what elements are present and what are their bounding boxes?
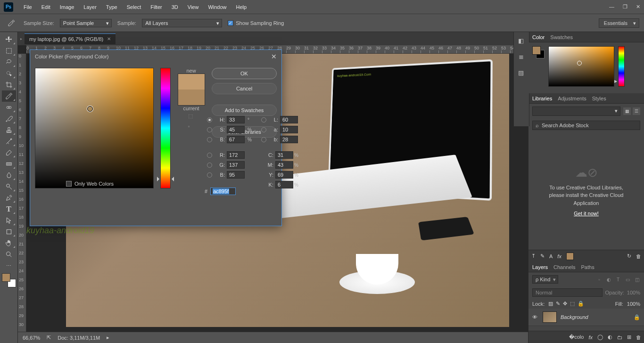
adjustment-layer-icon[interactable]: ◐ [608, 334, 612, 340]
menu-select[interactable]: Select [122, 2, 146, 12]
mini-color-field[interactable] [548, 46, 614, 87]
h-input[interactable]: 33 [227, 116, 245, 123]
layer-filter-kind[interactable]: ρ Kind [532, 275, 558, 284]
menu-image[interactable]: Image [55, 2, 79, 12]
lock-artboard-icon[interactable]: ⬚ [570, 301, 575, 307]
collapse-icon[interactable]: ▸ [18, 33, 25, 45]
close-tab-icon[interactable]: ✕ [107, 36, 111, 41]
layer-thumbnail[interactable] [543, 311, 557, 323]
s-input[interactable]: 45 [227, 126, 245, 133]
history-brush-tool[interactable] [2, 136, 16, 147]
layer-background[interactable]: 👁 Background 🔒 [528, 309, 644, 326]
history-panel-icon[interactable]: ◧ [516, 36, 526, 45]
radio-bb[interactable] [207, 172, 212, 178]
link-layers-icon[interactable]: �colo [569, 334, 584, 340]
stock-search-input[interactable]: ⌕ Search Adobe Stock [532, 121, 640, 130]
blur-tool[interactable] [2, 170, 16, 181]
menu-help[interactable]: Help [231, 2, 252, 12]
tab-adjustments[interactable]: Adjustments [558, 96, 586, 101]
opacity-value[interactable]: 100% [627, 290, 640, 295]
menu-filter[interactable]: Filter [146, 2, 166, 12]
l-input[interactable]: 60 [280, 116, 298, 123]
show-sampling-ring-checkbox[interactable]: ✓ Show Sampling Ring [228, 20, 284, 26]
tab-color[interactable]: Color [532, 34, 545, 40]
layer-name[interactable]: Background [561, 314, 588, 320]
char-style-icon[interactable]: A [549, 253, 553, 259]
current-color-swatch[interactable] [178, 90, 205, 105]
filter-type-icon[interactable]: T [615, 276, 621, 283]
saturation-brightness-field[interactable] [35, 68, 154, 188]
lasso-tool[interactable] [2, 57, 16, 68]
brush-add-icon[interactable]: ✎ [540, 253, 545, 259]
a-input[interactable]: 10 [280, 126, 298, 133]
radio-s[interactable] [207, 127, 212, 132]
tab-channels[interactable]: Channels [553, 264, 575, 270]
dodge-tool[interactable] [2, 181, 16, 192]
info-panel-icon[interactable]: ▨ [516, 68, 526, 77]
fill-value[interactable]: 100% [627, 301, 640, 307]
radio-g[interactable] [207, 163, 212, 168]
y-input[interactable]: 69 [275, 171, 293, 179]
cube-3d-icon[interactable]: ⬚ [188, 113, 195, 120]
eyedropper-tool-icon[interactable] [5, 16, 18, 30]
menu-layer[interactable]: Layer [79, 2, 101, 12]
get-it-now-link[interactable]: Get it now! [574, 211, 599, 216]
pen-tool[interactable] [2, 192, 16, 204]
status-arrow-icon[interactable]: ▸ [107, 335, 109, 341]
tab-libraries[interactable]: Libraries [532, 96, 552, 101]
healing-tool[interactable] [2, 102, 16, 113]
tab-paths[interactable]: Paths [581, 264, 594, 270]
ok-button[interactable]: OK [212, 68, 277, 79]
dialog-titlebar[interactable]: Color Picker (Foreground Color) ✕ [30, 50, 281, 63]
filter-adjust-icon[interactable]: ◐ [605, 276, 612, 283]
menu-edit[interactable]: Edit [37, 2, 55, 12]
properties-panel-icon[interactable]: ≣ [516, 52, 526, 61]
mini-hue-bar[interactable] [618, 46, 625, 87]
eraser-tool[interactable] [2, 147, 16, 158]
menu-window[interactable]: Window [203, 2, 231, 12]
document-tab[interactable]: my laptop.jpg @ 66,7% (RGB/8) ✕ [25, 33, 116, 44]
path-select-tool[interactable] [2, 215, 16, 226]
library-select[interactable] [532, 106, 620, 116]
new-layer-icon[interactable]: ⊞ [627, 334, 631, 340]
zoom-tool[interactable] [2, 249, 16, 260]
edit-toolbar[interactable]: ⋯ [2, 260, 16, 271]
quick-select-tool[interactable] [2, 68, 16, 79]
tab-swatches[interactable]: Swatches [550, 34, 573, 40]
m-input[interactable]: 43 [275, 161, 293, 169]
lock-pixels-icon[interactable]: ✎ [556, 301, 560, 307]
menu-view[interactable]: View [183, 2, 204, 12]
dialog-close-icon[interactable]: ✕ [271, 53, 277, 60]
tab-styles[interactable]: Styles [592, 96, 606, 101]
hand-tool[interactable] [2, 237, 16, 249]
workspace-select[interactable]: Essentials [599, 18, 639, 28]
hue-slider[interactable] [160, 68, 171, 188]
group-icon[interactable]: 🗀 [617, 335, 622, 340]
layer-fx-icon[interactable]: fx [588, 335, 593, 340]
move-tool[interactable] [2, 34, 16, 45]
g-input[interactable]: 137 [227, 161, 245, 169]
delete-layer-icon[interactable]: 🗑 [636, 335, 641, 340]
window-close-icon[interactable]: ✕ [636, 4, 640, 10]
eyedropper-tool[interactable] [2, 90, 16, 102]
radio-lab-b[interactable] [261, 137, 266, 142]
cancel-button[interactable]: Cancel [212, 83, 277, 94]
layer-mask-icon[interactable]: ◯ [597, 334, 603, 340]
marquee-tool[interactable] [2, 45, 16, 57]
lock-position-icon[interactable]: ✥ [563, 301, 567, 307]
fx-icon[interactable]: fx [557, 253, 561, 259]
window-minimize-icon[interactable]: — [609, 4, 614, 10]
filter-smart-icon[interactable]: ◫ [634, 276, 640, 283]
menu-3d[interactable]: 3D [167, 2, 183, 12]
radio-a[interactable] [261, 127, 266, 132]
export-icon[interactable]: ⇱ [47, 335, 51, 341]
bb-input[interactable]: 95 [227, 171, 245, 179]
tab-layers[interactable]: Layers [532, 264, 548, 270]
lab-b-input[interactable]: 28 [280, 136, 298, 143]
trash-icon[interactable]: 🗑 [636, 253, 641, 259]
gradient-tool[interactable] [2, 158, 16, 170]
radio-b[interactable] [207, 137, 212, 142]
add-swatch-icon[interactable] [566, 253, 574, 260]
foreground-background-colors[interactable] [2, 273, 16, 287]
hex-input[interactable]: ac895f [210, 188, 236, 195]
